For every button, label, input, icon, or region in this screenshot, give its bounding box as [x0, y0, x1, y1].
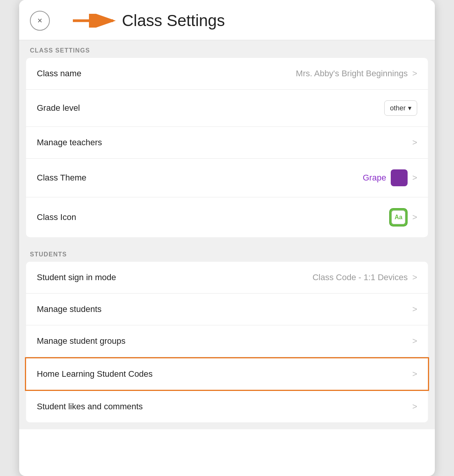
student-sign-in-label: Student sign in mode — [37, 272, 116, 282]
manage-students-row[interactable]: Manage students > — [26, 294, 428, 325]
class-icon-box: Aa — [389, 208, 408, 227]
manage-teachers-label: Manage teachers — [37, 138, 102, 148]
student-likes-chevron: > — [412, 402, 417, 412]
grade-level-dropdown[interactable]: other ▾ — [384, 100, 417, 116]
class-name-row[interactable]: Class name Mrs. Abby's Bright Beginnings… — [26, 58, 428, 90]
manage-students-chevron: > — [412, 304, 417, 314]
manage-student-groups-label: Manage student groups — [37, 336, 125, 346]
dropdown-arrow-icon: ▾ — [408, 104, 411, 112]
class-theme-chevron: > — [412, 173, 417, 183]
class-settings-section-label: CLASS SETTINGS — [19, 40, 435, 58]
student-likes-row[interactable]: Student likes and comments > — [26, 391, 428, 422]
student-sign-in-value-container: Class Code - 1:1 Devices > — [313, 272, 417, 282]
grade-level-label: Grade level — [37, 103, 80, 113]
students-section-label: STUDENTS — [19, 244, 435, 262]
manage-student-groups-chevron: > — [412, 336, 417, 346]
class-theme-value: Grape — [363, 173, 386, 183]
manage-teachers-row[interactable]: Manage teachers > — [26, 127, 428, 159]
class-name-value: Mrs. Abby's Bright Beginnings — [296, 69, 408, 79]
class-icon-value-container: Aa > — [389, 208, 417, 227]
class-name-label: Class name — [37, 69, 81, 79]
class-settings-group: Class name Mrs. Abby's Bright Beginnings… — [19, 58, 435, 244]
class-icon-chevron: > — [412, 212, 417, 222]
close-icon: × — [38, 16, 43, 26]
student-sign-in-chevron: > — [412, 272, 417, 282]
manage-students-value-container: > — [412, 304, 417, 314]
class-theme-row[interactable]: Class Theme Grape > — [26, 159, 428, 197]
class-icon-inner: Aa — [391, 210, 405, 224]
class-icon-row[interactable]: Class Icon Aa > — [26, 197, 428, 237]
close-button[interactable]: × — [30, 11, 50, 31]
student-likes-label: Student likes and comments — [37, 402, 143, 412]
class-theme-label: Class Theme — [37, 173, 86, 183]
class-settings-card: Class name Mrs. Abby's Bright Beginnings… — [26, 58, 428, 237]
students-card: Student sign in mode Class Code - 1:1 De… — [26, 262, 428, 422]
home-learning-label: Home Learning Student Codes — [37, 369, 153, 379]
grape-swatch — [391, 169, 408, 186]
home-learning-chevron: > — [412, 369, 417, 379]
student-sign-in-row[interactable]: Student sign in mode Class Code - 1:1 De… — [26, 262, 428, 294]
arrow-decoration — [73, 14, 119, 28]
home-learning-row[interactable]: Home Learning Student Codes > — [25, 357, 429, 391]
grade-dropdown-value: other — [390, 104, 406, 112]
home-learning-value-container: > — [412, 369, 417, 379]
modal-container: × Class Settings CLASS SETTINGS Class na… — [19, 0, 435, 476]
students-group: Student sign in mode Class Code - 1:1 De… — [19, 262, 435, 429]
manage-teachers-value-container: > — [412, 138, 417, 148]
grade-level-row[interactable]: Grade level other ▾ — [26, 90, 428, 127]
class-name-chevron: > — [412, 69, 417, 79]
grade-level-value-container: other ▾ — [384, 100, 417, 116]
manage-student-groups-row[interactable]: Manage student groups > — [26, 325, 428, 357]
student-likes-value-container: > — [412, 402, 417, 412]
manage-teachers-chevron: > — [412, 138, 417, 148]
manage-students-label: Manage students — [37, 304, 102, 314]
manage-student-groups-value-container: > — [412, 336, 417, 346]
student-sign-in-value: Class Code - 1:1 Devices — [313, 272, 408, 282]
page-title: Class Settings — [122, 11, 225, 30]
class-icon-label: Class Icon — [37, 212, 76, 222]
arrow-icon — [73, 14, 119, 28]
class-theme-value-container: Grape > — [363, 169, 417, 186]
class-name-value-container: Mrs. Abby's Bright Beginnings > — [296, 69, 417, 79]
header: × Class Settings — [19, 0, 435, 40]
